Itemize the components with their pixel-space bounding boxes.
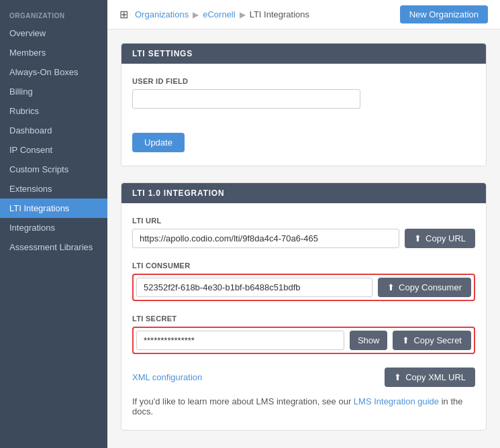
user-id-input[interactable] bbox=[132, 89, 360, 109]
lti-secret-highlighted-row: Show ⬆ Copy Secret bbox=[132, 327, 475, 354]
breadcrumb-org[interactable]: Organizations bbox=[135, 9, 189, 19]
copy-consumer-button[interactable]: ⬆ Copy Consumer bbox=[378, 278, 471, 297]
lti-consumer-highlighted-row: ⬆ Copy Consumer bbox=[132, 274, 475, 301]
lti-integration-header: LTI 1.0 INTEGRATION bbox=[121, 183, 486, 203]
sidebar-item-assessment-libraries[interactable]: Assessment Libraries bbox=[0, 237, 107, 257]
breadcrumb-lti: LTI Integrations bbox=[250, 9, 309, 19]
share-icon-xml: ⬆ bbox=[394, 372, 401, 382]
sidebar-item-custom-scripts[interactable]: Custom Scripts bbox=[0, 160, 107, 179]
topnav: ⊞ Organizations ▶ eCornell ▶ LTI Integra… bbox=[107, 0, 500, 30]
lti-url-row: ⬆ Copy URL bbox=[132, 229, 475, 248]
lms-integration-guide-link[interactable]: LMS Integration guide bbox=[354, 396, 439, 406]
sidebar: Organization OverviewMembersAlways-On Bo… bbox=[0, 0, 107, 448]
sidebar-item-dashboard[interactable]: Dashboard bbox=[0, 121, 107, 140]
xml-config-row: XML configuration ⬆ Copy XML URL bbox=[132, 368, 475, 387]
lti-consumer-input[interactable] bbox=[136, 278, 372, 297]
footer-note-before: If you'd like to learn more about LMS in… bbox=[132, 396, 354, 406]
sidebar-item-extensions[interactable]: Extensions bbox=[0, 179, 107, 199]
copy-url-label: Copy URL bbox=[426, 233, 466, 243]
lti-secret-label: LTI SECRET bbox=[132, 315, 475, 323]
sidebar-item-integrations[interactable]: Integrations bbox=[0, 218, 107, 237]
xml-config-link[interactable]: XML configuration bbox=[132, 372, 202, 382]
copy-url-button[interactable]: ⬆ Copy URL bbox=[405, 229, 475, 248]
lti-url-input[interactable] bbox=[132, 229, 399, 248]
sidebar-item-members[interactable]: Members bbox=[0, 43, 107, 62]
lti-integration-card: LTI 1.0 INTEGRATION LTI URL ⬆ Copy URL bbox=[121, 182, 487, 431]
breadcrumb-ecornell[interactable]: eCornell bbox=[203, 9, 235, 19]
copy-xml-label: Copy XML URL bbox=[405, 372, 466, 382]
breadcrumb-arrow-2: ▶ bbox=[240, 10, 246, 19]
update-button[interactable]: Update bbox=[132, 133, 185, 152]
lti-url-section: LTI URL ⬆ Copy URL bbox=[132, 217, 475, 248]
lti-settings-header: LTI SETTINGS bbox=[121, 44, 486, 64]
content-area: LTI SETTINGS USER ID FIELD Update LTI 1.… bbox=[107, 30, 500, 448]
share-icon-secret: ⬆ bbox=[402, 335, 409, 345]
user-id-label: USER ID FIELD bbox=[132, 77, 475, 85]
sidebar-item-always-on-boxes[interactable]: Always-On Boxes bbox=[0, 62, 107, 82]
share-icon: ⬆ bbox=[414, 233, 421, 243]
sidebar-item-rubrics[interactable]: Rubrics bbox=[0, 101, 107, 121]
sidebar-item-billing[interactable]: Billing bbox=[0, 82, 107, 101]
copy-secret-button[interactable]: ⬆ Copy Secret bbox=[393, 331, 471, 350]
main-content: ⊞ Organizations ▶ eCornell ▶ LTI Integra… bbox=[107, 0, 500, 448]
lti-url-label: LTI URL bbox=[132, 217, 475, 225]
app-icon: ⊞ bbox=[119, 8, 128, 21]
sidebar-item-lti-integrations[interactable]: LTI Integrations bbox=[0, 199, 107, 218]
copy-consumer-label: Copy Consumer bbox=[399, 282, 462, 292]
sidebar-section-label: Organization bbox=[0, 0, 107, 23]
copy-secret-label: Copy Secret bbox=[413, 335, 462, 345]
lti-integration-body: LTI URL ⬆ Copy URL LTI CONSUMER bbox=[121, 203, 486, 430]
lti-secret-input[interactable] bbox=[136, 331, 344, 350]
lti-consumer-label: LTI CONSUMER bbox=[132, 262, 475, 270]
footer-note: If you'd like to learn more about LMS in… bbox=[132, 396, 475, 416]
user-id-field-section: USER ID FIELD bbox=[132, 77, 475, 109]
lti-settings-body: USER ID FIELD Update bbox=[121, 64, 486, 166]
share-icon-consumer: ⬆ bbox=[387, 282, 395, 292]
lti-settings-card: LTI SETTINGS USER ID FIELD Update bbox=[121, 43, 487, 166]
show-button[interactable]: Show bbox=[350, 331, 388, 350]
lti-secret-section: LTI SECRET Show ⬆ Copy Secret bbox=[132, 315, 475, 354]
copy-xml-url-button[interactable]: ⬆ Copy XML URL bbox=[385, 368, 475, 387]
breadcrumb-arrow-1: ▶ bbox=[193, 10, 199, 19]
lti-consumer-section: LTI CONSUMER ⬆ Copy Consumer bbox=[132, 262, 475, 301]
sidebar-item-overview[interactable]: Overview bbox=[0, 23, 107, 43]
sidebar-item-ip-consent[interactable]: IP Consent bbox=[0, 140, 107, 160]
new-organization-button[interactable]: New Organization bbox=[400, 5, 488, 23]
